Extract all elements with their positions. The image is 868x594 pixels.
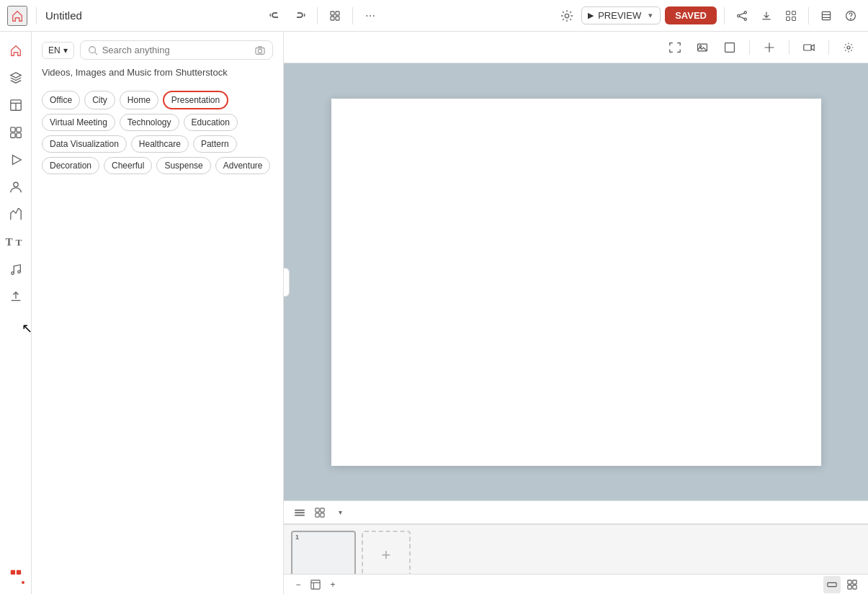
zoom-fit-button[interactable] <box>308 577 323 592</box>
video-button[interactable] <box>798 37 820 58</box>
svg-rect-13 <box>792 17 796 20</box>
saved-button[interactable]: SAVED <box>665 6 717 24</box>
canvas-main: ‹ <box>284 63 868 500</box>
more-options-button[interactable]: ⋯ <box>360 6 380 26</box>
sidebar-item-charts[interactable] <box>3 202 29 228</box>
svg-rect-31 <box>10 570 14 575</box>
svg-rect-43 <box>295 512 305 513</box>
settings-button[interactable] <box>557 6 577 26</box>
add-slide-button[interactable]: + <box>362 531 411 574</box>
tag-cheerful[interactable]: Cheerful <box>104 157 152 174</box>
table-layout-button[interactable] <box>311 504 328 521</box>
zoom-out-button[interactable]: − <box>291 577 305 592</box>
image-button[interactable] <box>692 37 713 58</box>
search-icon <box>88 45 98 55</box>
tag-office[interactable]: Office <box>42 91 80 109</box>
tag-adventure[interactable]: Adventure <box>215 157 271 174</box>
slide-canvas[interactable] <box>331 99 821 466</box>
svg-rect-44 <box>295 514 305 516</box>
divider4 <box>724 7 725 24</box>
home-button[interactable] <box>7 6 27 26</box>
tag-healthcare[interactable]: Healthcare <box>131 135 189 153</box>
svg-rect-10 <box>787 11 790 14</box>
topbar: Untitled ⋯ ▶ PREVIEW ▾ SAVE <box>0 0 868 32</box>
multi-row-view-button[interactable] <box>844 576 861 593</box>
fit-button[interactable] <box>664 37 686 58</box>
chevron-down-icon: ▾ <box>648 11 653 20</box>
single-row-view-button[interactable] <box>823 576 841 593</box>
svg-rect-55 <box>848 585 851 588</box>
download-button[interactable] <box>756 6 777 26</box>
main-area: T T <box>0 32 868 594</box>
tag-city[interactable]: City <box>84 91 115 109</box>
expand-button[interactable]: ▾ <box>331 504 349 521</box>
svg-rect-2 <box>331 17 334 20</box>
divider3 <box>352 7 353 24</box>
preview-button[interactable]: ▶ PREVIEW ▾ <box>581 6 661 24</box>
svg-rect-56 <box>853 585 856 588</box>
sidebar-item-upload[interactable] <box>3 284 29 310</box>
navigate-button[interactable] <box>759 37 780 58</box>
timeline-header: ▾ <box>284 501 868 524</box>
share-button[interactable] <box>732 6 752 26</box>
svg-point-5 <box>744 11 746 13</box>
blank-button[interactable] <box>719 37 741 58</box>
tag-decoration[interactable]: Decoration <box>42 157 99 174</box>
slide-number: 1 <box>295 534 299 541</box>
tags-row: OfficeCityHomePresentation <box>42 91 273 109</box>
divider <box>749 40 750 55</box>
svg-point-33 <box>89 46 95 53</box>
svg-point-41 <box>847 46 850 49</box>
canvas-settings-button[interactable] <box>838 37 859 58</box>
svg-rect-40 <box>804 45 811 50</box>
sidebar-item-media[interactable] <box>3 147 29 173</box>
grid-controls <box>823 576 861 593</box>
sidebar-item-music[interactable] <box>3 256 29 282</box>
svg-rect-24 <box>10 133 14 138</box>
tag-virtual-meeting[interactable]: Virtual Meeting <box>42 114 115 131</box>
tag-suspense[interactable]: Suspense <box>156 157 210 174</box>
svg-rect-32 <box>16 570 20 575</box>
svg-point-18 <box>851 18 851 19</box>
sidebar-item-brand[interactable] <box>3 562 29 588</box>
notification-badge <box>20 580 26 585</box>
sidebar-item-layout[interactable] <box>3 92 29 118</box>
tag-technology[interactable]: Technology <box>120 114 179 131</box>
redo-button[interactable] <box>290 6 310 26</box>
zoom-in-button[interactable]: + <box>326 577 340 592</box>
tags-container: OfficeCityHomePresentationVirtual Meetin… <box>32 91 283 594</box>
canvas-toolbar <box>284 32 868 63</box>
panel-header: EN ▾ Videos, Images and Music from Shutt… <box>32 32 283 91</box>
tag-pattern[interactable]: Pattern <box>193 135 237 153</box>
sidebar-item-home[interactable] <box>3 37 29 63</box>
sidebar-item-elements[interactable] <box>3 120 29 145</box>
tag-education[interactable]: Education <box>184 114 238 131</box>
svg-point-6 <box>744 18 746 20</box>
language-selector[interactable]: EN ▾ <box>42 42 74 59</box>
topbar-right-actions: ▶ PREVIEW ▾ SAVED <box>557 6 861 26</box>
slide-thumbnail-1[interactable]: 1 <box>291 531 356 574</box>
sidebar-item-people[interactable] <box>3 174 29 200</box>
tag-presentation[interactable]: Presentation <box>163 91 228 109</box>
svg-rect-14 <box>822 12 830 19</box>
svg-rect-0 <box>331 12 334 15</box>
topbar-center-actions: ⋯ <box>94 6 551 26</box>
tag-home[interactable]: Home <box>120 91 158 109</box>
panel-collapse-button[interactable]: ‹ <box>284 268 290 297</box>
sidebar-item-layers[interactable] <box>3 65 29 91</box>
svg-line-8 <box>740 13 745 15</box>
svg-rect-47 <box>316 513 319 516</box>
help-button[interactable] <box>841 6 861 26</box>
divider <box>36 7 37 24</box>
svg-rect-3 <box>336 17 339 20</box>
apps-button[interactable] <box>781 6 801 26</box>
pages-button[interactable] <box>816 6 836 26</box>
tag-data-visualization[interactable]: Data Visualization <box>42 135 127 153</box>
layers-button[interactable] <box>325 6 345 26</box>
sidebar-item-text[interactable]: T T <box>3 229 29 255</box>
svg-rect-23 <box>16 127 20 132</box>
undo-button[interactable] <box>265 6 285 26</box>
search-input[interactable] <box>102 45 251 55</box>
svg-rect-48 <box>321 513 324 516</box>
timeline-menu-button[interactable] <box>291 504 308 521</box>
